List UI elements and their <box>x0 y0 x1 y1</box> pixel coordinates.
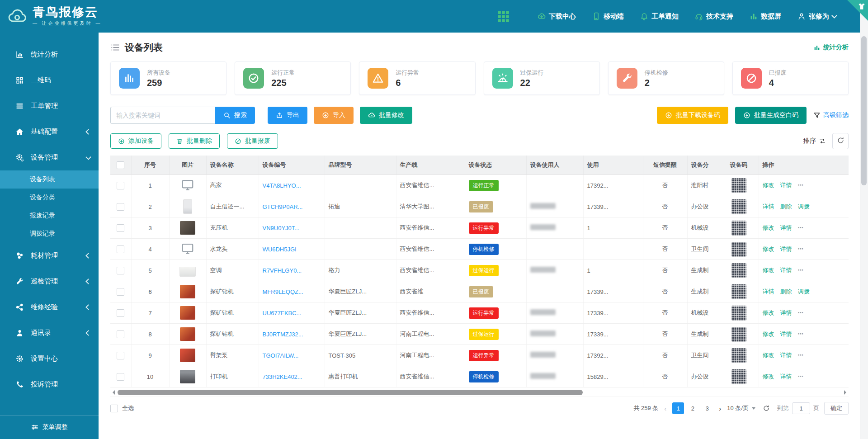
stat-card-scrapped[interactable]: 已报废4 <box>732 61 849 95</box>
device-code-link[interactable]: WU6DH5JGI <box>263 246 297 253</box>
action-link[interactable]: 详情 <box>780 224 792 231</box>
search-input[interactable] <box>110 107 215 124</box>
sidebar-item-consumables[interactable]: 耗材管理 <box>0 243 99 269</box>
add-device-button[interactable]: 添加设备 <box>110 133 161 149</box>
batch-download-codes-button[interactable]: 批量下载设备码 <box>657 107 728 124</box>
scroll-right-arrow-icon[interactable] <box>844 390 849 395</box>
row-checkbox[interactable] <box>117 352 124 359</box>
scroll-left-arrow-icon[interactable] <box>110 390 115 395</box>
sidebar-subitem-scrap-records[interactable]: 报废记录 <box>0 207 99 225</box>
action-link[interactable]: 详情 <box>780 245 792 252</box>
stat-card-running-abnormal[interactable]: 运行异常6 <box>359 61 475 95</box>
batch-delete-button[interactable]: 批量删除 <box>169 133 220 149</box>
action-link[interactable]: 详情 <box>780 309 792 316</box>
row-checkbox[interactable] <box>117 373 124 381</box>
qr-code-thumbnail[interactable] <box>731 284 746 299</box>
next-page-button[interactable]: › <box>718 405 722 412</box>
advanced-filter-link[interactable]: 高级筛选 <box>813 111 849 119</box>
more-actions-button[interactable]: ⋯ <box>798 373 805 380</box>
qr-code-thumbnail[interactable] <box>731 178 746 193</box>
action-link[interactable]: 详情 <box>763 203 774 210</box>
sidebar-item-settings[interactable]: 设置中心 <box>0 346 99 372</box>
action-link[interactable]: 修改 <box>763 224 774 231</box>
action-link[interactable]: 修改 <box>763 245 774 252</box>
user-menu[interactable]: 张修为 <box>797 12 836 21</box>
qr-code-thumbnail[interactable] <box>731 263 746 278</box>
qr-code-thumbnail[interactable] <box>731 306 746 321</box>
horizontal-scrollbar[interactable] <box>110 389 849 396</box>
row-checkbox[interactable] <box>117 224 124 232</box>
sidebar-subitem-device-category[interactable]: 设备分类 <box>0 189 99 207</box>
page-button-3[interactable]: 3 <box>701 402 713 414</box>
export-button[interactable]: 导出 <box>268 107 307 124</box>
sidebar-item-stats[interactable]: 统计分析 <box>0 42 99 67</box>
sidebar-item-repair-exp[interactable]: 维修经验 <box>0 294 99 320</box>
row-checkbox[interactable] <box>117 288 124 296</box>
action-link[interactable]: 修改 <box>763 373 774 380</box>
row-checkbox[interactable] <box>117 182 124 189</box>
action-link[interactable]: 修改 <box>763 352 774 359</box>
sidebar-subitem-device-list[interactable]: 设备列表 <box>0 170 99 189</box>
batch-generate-blank-codes-button[interactable]: 批量生成空白码 <box>735 107 807 124</box>
sidebar-item-qrcode[interactable]: 二维码 <box>0 67 99 93</box>
nav-item-work-order-notice[interactable]: 工单通知 <box>640 12 679 21</box>
more-actions-button[interactable]: ⋯ <box>798 224 805 231</box>
stat-card-all-devices[interactable]: 所有设备259 <box>110 61 226 95</box>
more-actions-button[interactable]: ⋯ <box>798 267 805 274</box>
confirm-jump-button[interactable]: 确定 <box>824 402 849 415</box>
nav-item-mobile[interactable]: 移动端 <box>592 12 624 21</box>
more-actions-button[interactable]: ⋯ <box>798 182 805 189</box>
action-link[interactable]: 详情 <box>780 267 792 274</box>
qr-code-thumbnail[interactable] <box>731 242 746 257</box>
menu-adjust-button[interactable]: 菜单调整 <box>0 415 99 439</box>
action-link[interactable]: 修改 <box>763 309 774 316</box>
action-link[interactable]: 详情 <box>780 330 792 337</box>
sort-button[interactable]: 排序 <box>803 137 826 145</box>
action-link[interactable]: 删除 <box>780 203 792 210</box>
more-actions-button[interactable]: ⋯ <box>798 352 805 359</box>
action-link[interactable]: 删除 <box>780 288 792 295</box>
stat-card-out-of-warranty[interactable]: 过保运行22 <box>484 61 600 95</box>
device-code-link[interactable]: BJ0RTMZJ32... <box>263 331 303 338</box>
nav-item-download-center[interactable]: 下载中心 <box>538 12 576 21</box>
row-checkbox[interactable] <box>117 245 124 253</box>
row-checkbox[interactable] <box>117 203 124 211</box>
device-code-link[interactable]: UU677FKBC... <box>263 310 302 316</box>
prev-page-button[interactable]: ‹ <box>663 405 667 412</box>
page-button-1[interactable]: 1 <box>672 402 684 414</box>
action-link[interactable]: 修改 <box>763 330 774 337</box>
qr-code-thumbnail[interactable] <box>731 369 746 384</box>
stats-analysis-link[interactable]: 统计分析 <box>813 43 849 52</box>
sidebar-item-work-orders[interactable]: 工单管理 <box>0 93 99 119</box>
action-link[interactable]: 修改 <box>763 182 774 189</box>
page-jump-input[interactable] <box>792 402 810 414</box>
action-link[interactable]: 调拨 <box>798 203 810 210</box>
action-link[interactable]: 详情 <box>763 288 774 295</box>
nav-item-tech-support[interactable]: 技术支持 <box>695 12 733 21</box>
page-scrollbar[interactable] <box>860 0 868 439</box>
app-logo[interactable]: 青鸟报修云 — 让企业维保更及时 — <box>0 6 134 27</box>
sidebar-item-base-config[interactable]: 基础配置 <box>0 119 99 145</box>
qr-code-thumbnail[interactable] <box>731 327 746 342</box>
device-code-link[interactable]: R7VFHLGY0... <box>263 267 302 274</box>
search-button[interactable]: 搜索 <box>215 107 255 124</box>
action-link[interactable]: 详情 <box>780 182 792 189</box>
sidebar-item-contacts[interactable]: 通讯录 <box>0 320 99 346</box>
page-button-2[interactable]: 2 <box>687 402 698 414</box>
device-code-link[interactable]: 733H2KE402... <box>263 373 302 380</box>
batch-scrap-button[interactable]: 批量报废 <box>227 133 278 149</box>
apps-grid-icon[interactable] <box>497 10 509 23</box>
action-link[interactable]: 详情 <box>780 352 792 359</box>
batch-edit-button[interactable]: 批量修改 <box>360 107 412 124</box>
qr-code-thumbnail[interactable] <box>731 348 746 363</box>
row-checkbox[interactable] <box>117 309 124 317</box>
nav-item-data-screen[interactable]: 数据屏 <box>750 12 781 21</box>
qr-code-thumbnail[interactable] <box>731 199 746 214</box>
device-code-link[interactable]: TGOI7AILW... <box>263 352 299 359</box>
refresh-table-button[interactable] <box>832 133 849 149</box>
import-button[interactable]: 导入 <box>314 107 354 124</box>
device-code-link[interactable]: V4TA8LHYO... <box>263 182 301 189</box>
device-code-link[interactable]: MFR9LEQQZ... <box>263 288 303 295</box>
more-actions-button[interactable]: ⋯ <box>798 330 805 337</box>
page-size-select[interactable]: 10 条/页 <box>727 404 755 412</box>
